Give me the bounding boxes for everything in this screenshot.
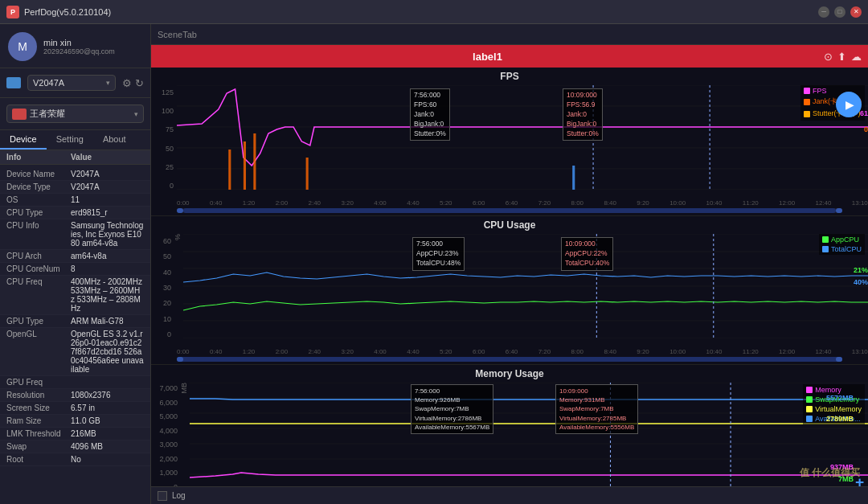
cpu-scrollbar[interactable]	[177, 357, 842, 362]
info-row: CPU CoreNum8	[0, 263, 150, 276]
info-row: OpenGLOpenGL ES 3.2 v1.r26p0-01eac0.e91c…	[0, 328, 150, 376]
fps-right-val-bottom: 0	[864, 125, 868, 133]
info-row: GPU Freq	[0, 376, 150, 389]
title-bar: P PerfDog(v5.0.210104) ─ □ ✕	[0, 0, 868, 24]
play-button[interactable]: ▶	[836, 92, 862, 117]
user-name: min xin	[43, 38, 115, 47]
info-row: RootNo	[0, 453, 150, 466]
close-button[interactable]: ✕	[850, 6, 862, 18]
mem-right-v3: 2789MB	[826, 415, 854, 423]
tab-setting[interactable]: Setting	[47, 130, 93, 150]
fps-scrollbar[interactable]	[177, 208, 842, 213]
fps-annotation-1: 7:56:000 FPS:60 Jank:0 BigJank:0 Stutter…	[410, 88, 450, 141]
info-table: Device NameV2047ADevice TypeV2047AOS11CP…	[0, 165, 150, 504]
memory-chart: Memory Usage 7,0006,0005,0004,0003,0002,…	[151, 365, 868, 486]
fps-right-val-top: 61	[860, 109, 868, 117]
share-icon[interactable]: ⬆	[837, 51, 846, 63]
device-icon	[6, 77, 21, 88]
log-checkbox[interactable]	[158, 491, 167, 501]
device-dropdown[interactable]: V2047A ▾	[27, 75, 116, 91]
cpu-yaxis: 6050403020100	[151, 234, 174, 338]
fps-chart-title: FPS	[151, 71, 868, 82]
memory-annotation-1: 7:56:000 Memory:926MB SwapMemory:7MB Vir…	[411, 384, 493, 434]
svg-rect-10	[572, 166, 575, 190]
cpu-annotation-1: 7:56:000 AppCPU:23% TotalCPU:48%	[412, 237, 465, 271]
info-row: CPU Archam64-v8a	[0, 250, 150, 263]
cpu-chart: CPU Usage 6050403020100 %	[151, 216, 868, 365]
cpu-right-val-top: 21%	[854, 266, 868, 274]
scene-tab-bar: SceneTab	[151, 24, 868, 45]
info-row: CPU Typeerd9815_r	[0, 207, 150, 219]
device-settings-icon[interactable]: ⚙	[122, 77, 132, 89]
tab-device[interactable]: Device	[0, 130, 47, 150]
fps-annotation-2: 10:09:000 FPS:56.9 Jank:0 BigJank:0 Stut…	[563, 88, 603, 141]
memory-chart-title: Memory Usage	[151, 368, 868, 379]
info-row: Resolution1080x2376	[0, 389, 150, 402]
info-row: Swap4096 MB	[0, 440, 150, 453]
game-icon	[12, 109, 27, 120]
scene-tab-label: SceneTab	[158, 30, 197, 39]
main-content: SceneTab label1 ⊙ ⬆ ☁ FPS ▶ 12510	[151, 24, 868, 504]
memory-yaxis: 7,0006,0005,0004,0003,0002,0001,0000	[151, 383, 180, 486]
info-table-header: Info Value	[0, 150, 150, 165]
memory-annotation-2: 10:09:000 Memory:931MB SwapMemory:7MB Vi…	[555, 384, 638, 434]
sidebar: M min xin 2029246590@qq.com V2047A ▾ ⚙ ↻…	[0, 24, 151, 504]
mem-right-v4: 5572MB	[826, 394, 854, 402]
watermark: 值 什么值得买	[800, 466, 860, 480]
tab-bar: Device Setting About	[0, 130, 150, 150]
user-email: 2029246590@qq.com	[43, 47, 115, 55]
svg-rect-6	[228, 150, 231, 190]
info-row: Device NameV2047A	[0, 168, 150, 181]
fps-xaxis: 0:000:401:202:002:403:204:004:405:206:00…	[151, 198, 868, 207]
info-row: CPU Freq400MHz - 2002MHz 533MHz – 2600MH…	[0, 276, 150, 315]
cpu-chart-title: CPU Usage	[151, 219, 868, 231]
svg-rect-7	[244, 141, 246, 190]
app-icon: P	[6, 6, 19, 18]
location-icon[interactable]: ⊙	[824, 51, 833, 63]
fps-yaxis: 1251007550250	[151, 85, 177, 190]
fps-scrollbar-thumb[interactable]	[177, 208, 183, 213]
cloud-icon[interactable]: ☁	[851, 51, 862, 63]
title-text: PerfDog(v5.0.210104)	[24, 7, 818, 17]
label1-icons: ⊙ ⬆ ☁	[824, 51, 862, 63]
avatar: M	[8, 32, 37, 61]
log-label: Log	[172, 491, 186, 500]
tab-about[interactable]: About	[93, 130, 136, 150]
info-row: Device TypeV2047A	[0, 181, 150, 194]
info-row: CPU InfoSamsung Technologies, Inc Exynos…	[0, 219, 150, 250]
label1-bar: label1 ⊙ ⬆ ☁	[151, 45, 868, 68]
fps-chart: FPS ▶ 1251007550250	[151, 68, 868, 216]
svg-rect-8	[253, 133, 256, 190]
bottom-bar: Log	[151, 486, 868, 504]
label1-title: label1	[158, 51, 817, 63]
cpu-xaxis: 0:000:401:202:002:403:204:004:405:206:00…	[151, 346, 868, 355]
maximize-button[interactable]: □	[834, 6, 845, 18]
charts-area: FPS ▶ 1251007550250	[151, 68, 868, 486]
game-section: 王者荣耀 ▾	[0, 98, 150, 130]
info-row: OS11	[0, 194, 150, 207]
cpu-right-val-bottom: 40%	[854, 278, 868, 286]
info-row: Screen Size6.57 in	[0, 402, 150, 415]
device-section: V2047A ▾ ⚙ ↻	[0, 68, 150, 98]
cpu-legend: AppCPU TotalCPU	[819, 234, 865, 255]
window-controls: ─ □ ✕	[818, 6, 862, 18]
svg-rect-9	[306, 158, 309, 190]
game-dropdown[interactable]: 王者荣耀 ▾	[6, 104, 144, 123]
info-row: LMK Threshold216MB	[0, 428, 150, 440]
user-section: M min xin 2029246590@qq.com	[0, 24, 150, 68]
info-row: GPU TypeARM Mali-G78	[0, 315, 150, 328]
device-refresh-icon[interactable]: ↻	[135, 77, 144, 89]
cpu-annotation-2: 10:09:000 AppCPU:22% TotalCPU:40%	[561, 237, 613, 271]
info-row: Ram Size11.0 GB	[0, 415, 150, 428]
minimize-button[interactable]: ─	[818, 6, 829, 18]
